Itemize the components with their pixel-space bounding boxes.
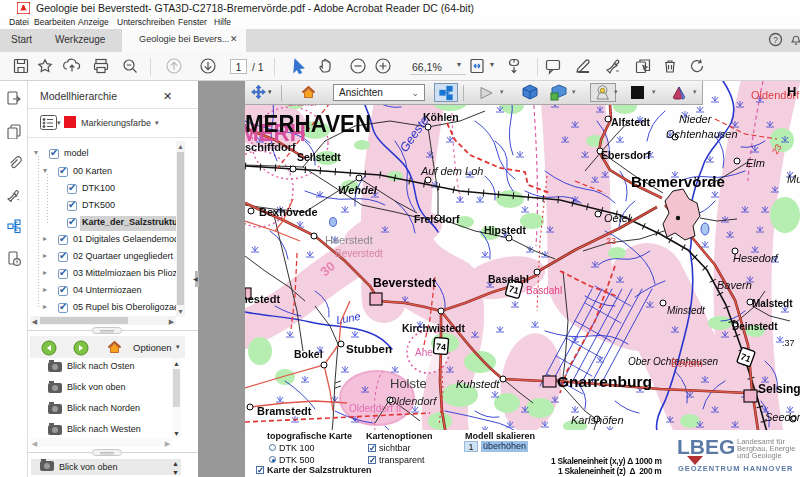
svg-text:MERHAVEN: MERHAVEN xyxy=(245,110,371,137)
svg-text:Frelsdorf: Frelsdorf xyxy=(414,213,460,225)
svg-text:Heerstedt: Heerstedt xyxy=(325,234,373,246)
svg-text:Gnarrenburg: Gnarrenburg xyxy=(557,373,652,390)
svg-text:Oetel: Oetel xyxy=(604,212,631,224)
svg-text:Elm: Elm xyxy=(746,157,765,169)
svg-text:Bavern: Bavern xyxy=(717,279,752,291)
svg-text:Basdahl: Basdahl xyxy=(488,273,529,285)
svg-text:Karlshöfen: Karlshöfen xyxy=(571,414,624,426)
svg-text:Bremervörde: Bremervörde xyxy=(631,173,725,190)
svg-text:.37: .37 xyxy=(782,338,795,348)
svg-text:Bramstedt: Bramstedt xyxy=(257,405,312,417)
svg-text:Bevern: Bevern xyxy=(671,358,703,369)
svg-text:Holste: Holste xyxy=(390,376,427,391)
svg-text:Seedorf: Seedorf xyxy=(765,411,800,423)
svg-text:Nieder: Nieder xyxy=(679,113,713,125)
svg-text:H: H xyxy=(787,84,796,99)
svg-text:Beverstedt: Beverstedt xyxy=(335,248,383,259)
svg-text:Selsingen: Selsingen xyxy=(758,382,800,396)
svg-text:Sellstedt: Sellstedt xyxy=(297,151,341,163)
svg-text:Oldendorf II: Oldendorf II xyxy=(349,403,401,414)
svg-text:Basdahl: Basdahl xyxy=(526,285,562,296)
svg-text:Bokel: Bokel xyxy=(294,348,323,360)
svg-text:nestedt: nestedt xyxy=(245,293,280,305)
svg-text:?: ? xyxy=(773,35,778,45)
svg-text:Alfstedt: Alfstedt xyxy=(611,116,651,128)
svg-text:Ahe: Ahe xyxy=(415,347,433,358)
svg-text:74: 74 xyxy=(435,342,446,353)
svg-text:Hesedorf: Hesedorf xyxy=(733,252,779,264)
svg-text:Wehdel: Wehdel xyxy=(338,184,378,196)
svg-text:Beverstedt: Beverstedt xyxy=(373,275,437,290)
svg-text:Mu: Mu xyxy=(787,173,800,185)
svg-text:Stubben: Stubben xyxy=(346,343,392,355)
svg-text:Bexhövede: Bexhövede xyxy=(259,206,318,218)
svg-text:Deinstedt: Deinstedt xyxy=(732,321,778,332)
svg-text:Ebersdorf: Ebersdorf xyxy=(601,149,651,161)
svg-text:Ochtenhausen: Ochtenhausen xyxy=(666,128,738,140)
svg-text:Kirchwistedt: Kirchwistedt xyxy=(402,322,466,334)
svg-text:Kuhstedt: Kuhstedt xyxy=(456,378,500,390)
svg-text:23: 23 xyxy=(606,236,616,246)
svg-text:Auf dem Loh: Auf dem Loh xyxy=(420,165,483,177)
svg-text:Hipstedt: Hipstedt xyxy=(484,224,527,236)
svg-text:Malstedt: Malstedt xyxy=(752,298,793,309)
svg-text:schiffdorf: schiffdorf xyxy=(245,141,296,153)
svg-text:Minstedt: Minstedt xyxy=(667,305,706,316)
